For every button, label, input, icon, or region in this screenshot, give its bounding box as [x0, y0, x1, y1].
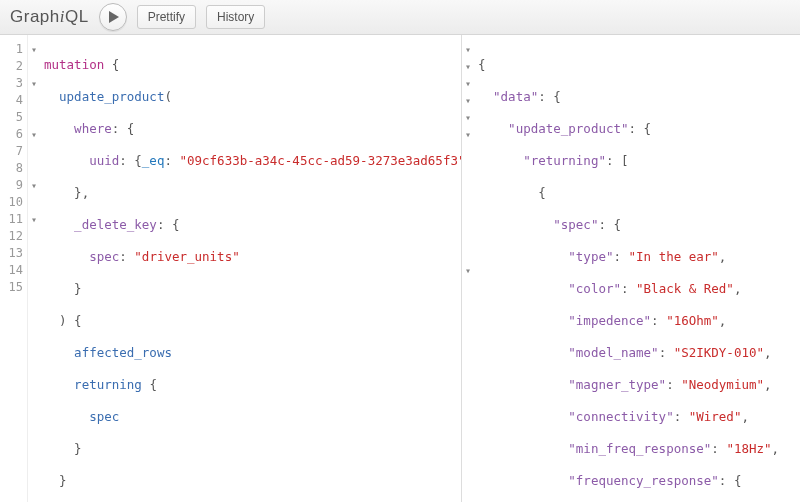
result-viewer[interactable]: ▾▾▾▾▾ ▾ ▾ { "data": { "update_product": … — [462, 35, 800, 502]
toolbar: GraphiQL Prettify History — [0, 0, 800, 35]
result-code: { "data": { "update_product": { "returni… — [474, 35, 800, 502]
play-icon — [108, 11, 120, 23]
prettify-button[interactable]: Prettify — [137, 5, 196, 29]
workspace: 12345 678910 1112131415 ▾▾ ▾▾ ▾ mutation… — [0, 35, 800, 502]
result-fold-gutter: ▾▾▾▾▾ ▾ ▾ — [462, 35, 474, 502]
history-button[interactable]: History — [206, 5, 265, 29]
fold-gutter: ▾▾ ▾▾ ▾ — [28, 35, 40, 502]
line-gutter: 12345 678910 1112131415 — [0, 35, 28, 502]
query-editor[interactable]: 12345 678910 1112131415 ▾▾ ▾▾ ▾ mutation… — [0, 35, 462, 502]
query-code[interactable]: mutation { update_product( where: { uuid… — [40, 35, 461, 502]
graphiql-logo: GraphiQL — [10, 7, 89, 27]
execute-button[interactable] — [99, 3, 127, 31]
